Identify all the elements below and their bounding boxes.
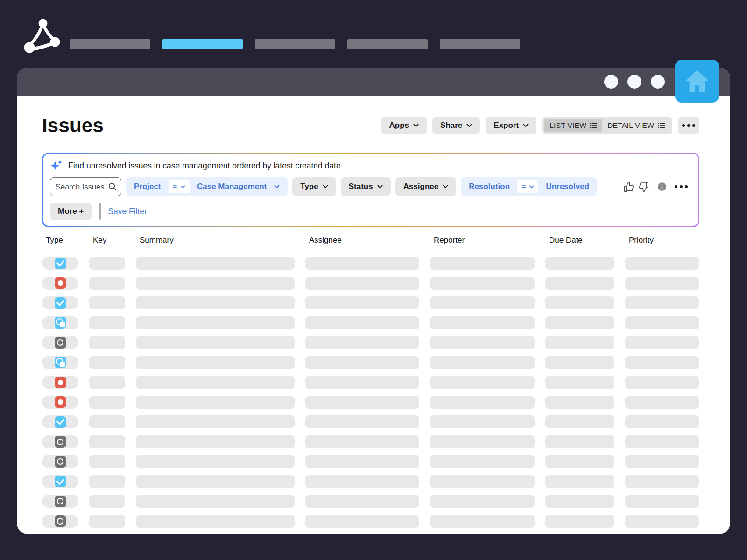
type-chip-label: Type [300, 182, 318, 191]
resolution-chip-label: Resolution [469, 182, 510, 191]
priority-placeholder-bar [625, 356, 699, 369]
table-row[interactable] [42, 495, 699, 508]
column-header-due-date: Due Date [545, 236, 614, 247]
table-row[interactable] [42, 396, 699, 409]
issues-table: Type Key Summary Assignee Reporter Due D… [42, 236, 699, 528]
type-pill[interactable] [42, 296, 78, 309]
project-chip-label: Project [134, 182, 161, 191]
view-toggle: LIST VIEW DETAIL VIEW [542, 117, 672, 134]
assignee-filter-chip[interactable]: Assignee [395, 177, 457, 196]
story-type-icon [55, 317, 66, 329]
table-header-row: Type Key Summary Assignee Reporter Due D… [42, 236, 699, 247]
chevron-down-icon [529, 185, 534, 189]
export-button-label: Export [493, 121, 519, 130]
table-row[interactable] [42, 475, 699, 488]
save-filter-link[interactable]: Save Filter [108, 207, 147, 217]
type-pill[interactable] [42, 277, 78, 290]
project-chip-value: Case Management [197, 182, 267, 191]
export-button[interactable]: Export [486, 117, 536, 134]
table-row[interactable] [42, 356, 699, 369]
apps-button[interactable]: Apps [381, 117, 427, 134]
more-actions-button[interactable] [678, 117, 699, 134]
window-control-dot[interactable] [651, 75, 665, 89]
key-placeholder-bar [89, 495, 125, 508]
type-pill[interactable] [42, 257, 78, 270]
type-pill[interactable] [42, 415, 78, 428]
type-filter-chip[interactable]: Type [292, 177, 336, 196]
project-operator-select[interactable]: = [169, 180, 190, 193]
type-pill[interactable] [42, 316, 78, 329]
type-pill[interactable] [42, 435, 78, 448]
type-pill[interactable] [42, 336, 78, 349]
search-box [50, 177, 121, 196]
priority-placeholder-bar [625, 277, 699, 290]
nav-item[interactable] [440, 39, 520, 49]
table-row[interactable] [42, 277, 699, 290]
type-pill[interactable] [42, 376, 78, 389]
table-row[interactable] [42, 515, 699, 528]
table-row[interactable] [42, 336, 699, 349]
due-date-placeholder-bar [545, 415, 614, 428]
filter-more-button[interactable] [675, 185, 688, 188]
key-placeholder-bar [89, 415, 125, 428]
neutral-type-icon [55, 337, 66, 349]
list-view-toggle[interactable]: LIST VIEW [544, 119, 602, 132]
chevron-down-icon [323, 185, 328, 189]
due-date-placeholder-bar [545, 316, 614, 329]
home-icon [684, 69, 710, 93]
resolution-filter-chip[interactable]: Resolution = Unresolved [461, 177, 597, 196]
project-filter-chip[interactable]: Project = Case Management [126, 177, 288, 196]
key-placeholder-bar [89, 336, 125, 349]
type-pill[interactable] [42, 515, 78, 528]
due-date-placeholder-bar [545, 435, 614, 448]
reporter-placeholder-bar [430, 495, 535, 508]
table-row[interactable] [42, 257, 699, 270]
key-placeholder-bar [89, 296, 125, 309]
ai-filter-inner: Find unresolved issues in case managemen… [43, 154, 698, 226]
key-placeholder-bar [89, 376, 125, 389]
type-pill[interactable] [42, 455, 78, 468]
key-placeholder-bar [89, 257, 125, 270]
type-pill[interactable] [42, 475, 78, 488]
due-date-placeholder-bar [545, 336, 614, 349]
assignee-placeholder-bar [305, 455, 419, 468]
nav-item[interactable] [162, 39, 243, 49]
detail-view-toggle[interactable]: DETAIL VIEW [602, 119, 670, 132]
type-pill[interactable] [42, 356, 78, 369]
info-icon[interactable]: i [658, 182, 666, 191]
type-pill[interactable] [42, 495, 78, 508]
priority-placeholder-bar [625, 495, 699, 508]
nav-item[interactable] [255, 39, 335, 49]
window-control-dot[interactable] [604, 75, 618, 89]
table-row[interactable] [42, 296, 699, 309]
due-date-placeholder-bar [545, 455, 614, 468]
assignee-placeholder-bar [305, 396, 419, 409]
status-filter-chip[interactable]: Status [341, 177, 391, 196]
assignee-placeholder-bar [305, 475, 419, 488]
table-row[interactable] [42, 435, 699, 448]
priority-placeholder-bar [625, 376, 699, 389]
type-pill[interactable] [42, 396, 78, 409]
table-row[interactable] [42, 455, 699, 468]
task-type-icon [55, 258, 66, 269]
nav-item[interactable] [70, 39, 150, 49]
key-placeholder-bar [89, 515, 125, 528]
share-button[interactable]: Share [432, 117, 480, 134]
home-button[interactable] [675, 60, 719, 103]
issues-table-rows [42, 257, 699, 528]
table-row[interactable] [42, 316, 699, 329]
nav-item[interactable] [347, 39, 428, 49]
resolution-chip-value: Unresolved [546, 182, 589, 191]
more-filters-button[interactable]: More + [50, 203, 92, 220]
table-row[interactable] [42, 376, 699, 389]
thumbs-down-icon[interactable] [637, 181, 649, 193]
summary-placeholder-bar [136, 475, 295, 488]
priority-placeholder-bar [625, 296, 699, 309]
project-operator-value: = [173, 182, 177, 191]
thumbs-up-icon[interactable] [623, 181, 636, 193]
priority-placeholder-bar [625, 396, 699, 409]
list-lines-icon [658, 123, 665, 128]
table-row[interactable] [42, 415, 699, 428]
window-control-dot[interactable] [627, 75, 641, 89]
resolution-operator-select[interactable]: = [517, 180, 538, 193]
